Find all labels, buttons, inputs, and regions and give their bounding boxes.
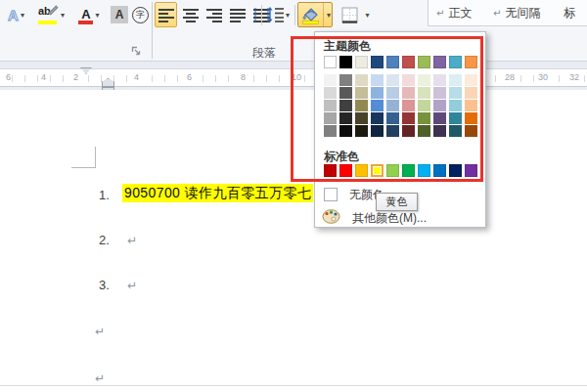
color-swatch[interactable] [355, 100, 368, 111]
color-swatch[interactable] [371, 87, 384, 99]
color-swatch[interactable] [418, 164, 430, 177]
color-swatch[interactable] [449, 74, 462, 86]
color-swatch[interactable] [402, 100, 415, 111]
align-left-button[interactable] [155, 2, 177, 27]
color-swatch[interactable] [402, 112, 415, 124]
color-swatch[interactable] [355, 74, 368, 86]
color-swatch[interactable] [418, 112, 430, 124]
style-item-normal[interactable]: ↵ 正文 [436, 5, 472, 22]
color-swatch[interactable] [465, 100, 477, 111]
align-right-button[interactable] [203, 2, 225, 27]
color-swatch[interactable] [324, 164, 337, 177]
color-swatch[interactable] [371, 56, 384, 68]
color-swatch[interactable] [386, 125, 399, 137]
color-swatch[interactable] [433, 125, 446, 137]
color-swatch[interactable] [433, 164, 446, 177]
font-color-button[interactable]: A ▾ [72, 2, 106, 27]
color-swatch[interactable] [449, 100, 462, 111]
color-swatch[interactable] [371, 100, 384, 111]
chevron-down-icon[interactable]: ▾ [95, 11, 99, 20]
borders-button[interactable]: ▾ [338, 2, 373, 27]
color-swatch[interactable] [465, 164, 477, 177]
color-swatch[interactable] [386, 56, 399, 68]
justify-icon [230, 8, 246, 22]
color-swatch[interactable] [324, 100, 337, 111]
color-swatch[interactable] [324, 112, 337, 124]
borders-dropdown-arrow[interactable]: ▾ [361, 3, 372, 26]
color-swatch[interactable] [402, 87, 415, 99]
color-swatch[interactable] [386, 87, 399, 99]
document-area[interactable]: 1. 9050700 读作九百零五万零七 2. ↵ 3. ↵ ↵ ↵ [0, 90, 587, 392]
color-swatch[interactable] [433, 112, 446, 124]
color-swatch[interactable] [418, 87, 430, 99]
color-swatch[interactable] [433, 100, 446, 111]
color-swatch[interactable] [339, 87, 352, 99]
ruler-number: 30 [537, 72, 549, 82]
color-swatch[interactable] [355, 164, 368, 177]
color-swatch[interactable] [371, 112, 384, 124]
color-swatch[interactable] [449, 164, 462, 177]
color-tooltip: 黄色 [376, 193, 418, 211]
color-swatch[interactable] [339, 56, 352, 68]
color-swatch[interactable] [418, 125, 430, 137]
font-dialog-launcher[interactable] [131, 43, 142, 61]
theme-variants-grid [324, 74, 477, 137]
color-swatch[interactable] [355, 87, 368, 99]
color-swatch[interactable] [355, 112, 368, 124]
color-swatch[interactable] [355, 56, 368, 68]
color-swatch[interactable] [355, 125, 368, 137]
style-item-heading[interactable]: 标 [564, 5, 575, 22]
color-swatch[interactable] [449, 87, 462, 99]
color-swatch[interactable] [402, 164, 415, 177]
color-swatch[interactable] [324, 56, 337, 68]
color-swatch[interactable] [465, 74, 477, 86]
shading-button[interactable]: ▾ [297, 2, 333, 27]
color-swatch[interactable] [465, 125, 477, 137]
align-center-button[interactable] [179, 2, 202, 27]
style-gallery: ↵ 正文 ↵ 无间隔 标 [428, 0, 587, 26]
color-swatch[interactable] [449, 125, 462, 137]
chevron-down-icon[interactable]: ▾ [286, 11, 290, 20]
enclose-characters-button[interactable]: 字 [130, 2, 151, 27]
color-swatch[interactable] [339, 74, 352, 86]
color-swatch[interactable] [433, 74, 446, 86]
color-swatch[interactable] [386, 100, 399, 111]
color-swatch[interactable] [339, 100, 352, 111]
color-swatch[interactable] [418, 56, 430, 68]
chevron-down-icon[interactable]: ▾ [21, 11, 24, 20]
color-swatch[interactable] [339, 112, 352, 124]
color-swatch[interactable] [465, 112, 477, 124]
character-shading-button[interactable]: A [109, 2, 130, 27]
color-swatch[interactable] [324, 87, 337, 99]
color-swatch[interactable] [465, 87, 477, 99]
color-swatch[interactable] [433, 87, 446, 99]
color-swatch[interactable] [418, 100, 430, 111]
color-swatch[interactable] [418, 74, 430, 86]
color-swatch[interactable] [433, 56, 446, 68]
justify-button[interactable] [226, 2, 248, 27]
color-swatch[interactable] [386, 112, 399, 124]
color-swatch[interactable] [449, 112, 462, 124]
color-swatch[interactable] [449, 56, 462, 68]
color-swatch[interactable] [324, 74, 337, 86]
color-swatch[interactable] [324, 125, 337, 137]
ruler-number: 4 [133, 72, 140, 82]
color-swatch[interactable] [339, 164, 352, 177]
color-swatch-yellow-hovered[interactable] [371, 164, 384, 177]
chevron-down-icon[interactable]: ▾ [61, 11, 65, 20]
line-spacing-button[interactable]: ▾ [264, 2, 293, 27]
color-swatch[interactable] [371, 74, 384, 86]
color-swatch[interactable] [386, 74, 399, 86]
style-item-no-spacing[interactable]: ↵ 无间隔 [493, 5, 540, 22]
color-swatch[interactable] [339, 125, 352, 137]
border-icon [341, 7, 358, 23]
text-highlight-button[interactable]: ab ▾ [32, 2, 69, 27]
color-swatch[interactable] [402, 56, 415, 68]
text-effects-button[interactable]: A ▾ [2, 2, 30, 27]
color-swatch[interactable] [465, 56, 477, 68]
color-swatch[interactable] [402, 125, 415, 137]
color-swatch[interactable] [386, 164, 399, 177]
color-swatch[interactable] [371, 125, 384, 137]
shading-dropdown-arrow[interactable]: ▾ [323, 3, 332, 26]
color-swatch[interactable] [402, 74, 415, 86]
